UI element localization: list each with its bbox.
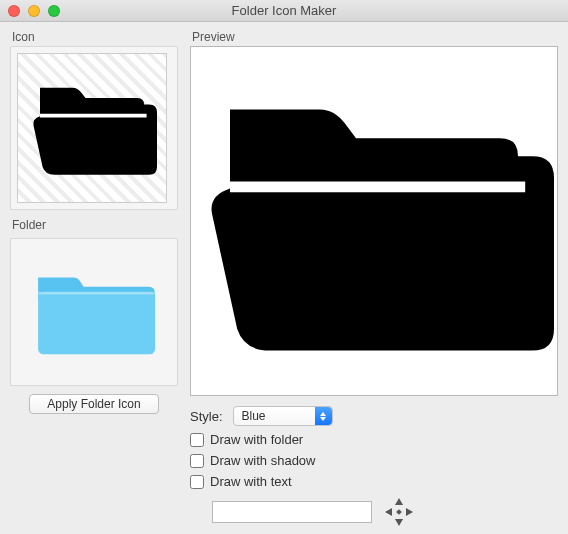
draw-with-text-label: Draw with text [210,474,292,489]
style-select[interactable]: Blue [233,406,333,426]
icon-thumbnail[interactable] [17,53,167,203]
icon-section-label: Icon [12,30,178,44]
folder-panel [10,238,178,386]
window-title: Folder Icon Maker [0,3,568,18]
open-folder-icon [27,73,157,183]
svg-rect-6 [396,509,402,515]
minimize-icon[interactable] [28,5,40,17]
controls-area: Style: Blue Draw with folder Draw with s… [190,406,558,534]
apply-folder-icon-button[interactable]: Apply Folder Icon [29,394,159,414]
preview-area[interactable] [190,46,558,396]
svg-rect-1 [38,292,155,295]
style-label: Style: [190,409,223,424]
svg-marker-5 [406,508,413,516]
icon-panel [10,46,178,210]
close-icon[interactable] [8,5,20,17]
svg-marker-4 [385,508,392,516]
folder-icon[interactable] [29,262,159,362]
traffic-lights [0,5,60,17]
open-folder-icon [194,71,554,371]
draw-with-folder-checkbox[interactable] [190,433,204,447]
draw-with-shadow-checkbox[interactable] [190,454,204,468]
folder-section-label: Folder [12,218,178,232]
draw-with-shadow-label: Draw with shadow [210,453,316,468]
title-bar: Folder Icon Maker [0,0,568,22]
svg-rect-0 [38,292,155,354]
select-arrows-icon [315,407,332,425]
style-select-value: Blue [242,409,266,423]
preview-section-label: Preview [192,30,558,44]
draw-with-text-checkbox[interactable] [190,475,204,489]
svg-marker-3 [395,519,403,526]
svg-marker-2 [395,498,403,505]
text-input[interactable] [212,501,372,523]
move-icon[interactable] [382,495,416,529]
zoom-icon[interactable] [48,5,60,17]
draw-with-folder-label: Draw with folder [210,432,303,447]
